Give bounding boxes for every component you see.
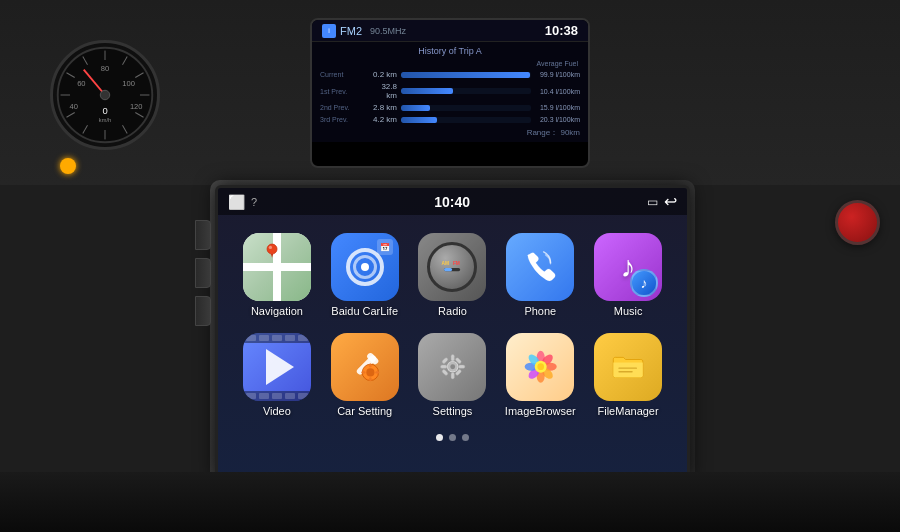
app-icon-baidu: 📅 [331,233,399,301]
dot-2[interactable] [449,434,456,441]
trip-row-1prev: 1st Prev. 32.8 km 10.4 l/100km [320,82,580,100]
app-grid: Navigation 📅 Baidu CarLife [218,215,687,430]
trip-fuel-2prev: 15.9 l/100km [535,104,580,111]
trip-fuel-3prev: 20.3 l/100km [535,116,580,123]
trip-bar-1prev [401,88,531,94]
app-image-browser[interactable]: ImageBrowser [496,325,584,425]
range-value: 90km [560,128,580,137]
filemanager-svg [609,348,646,385]
status-question: ? [251,196,257,208]
svg-point-23 [269,246,272,249]
status-right: ▭ ↩ [647,192,677,211]
trip-km-current: 0.2 km [369,70,397,79]
android-home-icon[interactable]: ⬜ [228,194,245,210]
trip-label-3prev: 3rd Prev. [320,116,365,123]
dot-3[interactable] [462,434,469,441]
carlife-ring-inner [353,255,377,279]
trip-bar-current [401,72,531,78]
cluster-range: Range： 90km [320,127,580,138]
app-car-setting[interactable]: Car Setting [321,325,409,425]
app-file-manager[interactable]: FileManager [584,325,672,425]
range-label: Range： [527,128,559,137]
trip-km-1prev: 32.8 km [369,82,397,100]
trip-fuel-current: 99.9 l/100km [535,71,580,78]
app-icon-phone [506,233,574,301]
imagebrowser-svg [522,348,559,385]
app-label-navigation: Navigation [251,305,303,317]
trip-km-2prev: 2.8 km [369,103,397,112]
app-baidu-carlife[interactable]: 📅 Baidu CarLife [321,225,409,325]
side-btn-3[interactable] [195,296,211,326]
trip-km-3prev: 4.2 km [369,115,397,124]
trip-bar-fill-1 [401,88,453,94]
app-label-music: Music [614,305,643,317]
svg-rect-43 [441,357,448,364]
film-cell [298,393,308,399]
film-cell [298,335,308,341]
filmstrip-bottom [243,391,311,401]
svg-text:AM: AM [442,261,450,266]
svg-rect-40 [451,373,454,380]
app-label-video: Video [263,405,291,417]
film-cell [285,393,295,399]
app-label-carsetting: Car Setting [337,405,392,417]
trip-label-current: Current [320,71,365,78]
trip-bar-fill [401,72,530,78]
trip-bar-fill-3 [401,117,437,123]
app-navigation[interactable]: Navigation [233,225,321,325]
trip-row-3prev: 3rd Prev. 4.2 km 20.3 l/100km [320,115,580,124]
gauge-area: 80 100 120 60 40 0 km/h [10,40,200,280]
side-btn-1[interactable] [195,220,211,250]
bottom-panel [0,472,900,532]
app-settings[interactable]: Settings [409,325,497,425]
trip-label-2prev: 2nd Prev. [320,104,365,111]
carlife-dot [361,263,369,271]
svg-rect-37 [375,371,379,373]
film-cell [259,393,269,399]
trip-bar-2prev [401,105,531,111]
app-music[interactable]: ♪ ♪ Music [584,225,672,325]
page-dots-indicator [218,430,687,447]
app-icon-music: ♪ ♪ [594,233,662,301]
volume-knob[interactable] [835,200,880,245]
film-cell [259,335,269,341]
cluster-fm: i FM2 90.5MHz [322,24,406,38]
main-screen: ⬜ ? 10:40 ▭ ↩ [215,185,690,480]
radio-svg: AM FM [440,255,464,279]
app-icon-video [243,333,311,401]
fm-icon: i [322,24,336,38]
film-cell [272,335,282,341]
app-icon-imagebrowser [506,333,574,401]
film-cell [285,335,295,341]
app-label-phone: Phone [524,305,556,317]
app-video[interactable]: Video [233,325,321,425]
col-bar [322,60,536,67]
col-fuel: Average Fuel [536,60,578,67]
trip-row-current: Current 0.2 km 99.9 l/100km [320,70,580,79]
settings-svg [434,348,471,385]
svg-marker-25 [271,254,273,258]
side-btn-2[interactable] [195,258,211,288]
svg-rect-41 [440,365,447,368]
status-bar: ⬜ ? 10:40 ▭ ↩ [218,188,687,215]
svg-point-33 [366,369,374,377]
gauge-svg: 80 100 120 60 40 0 km/h [53,40,157,150]
svg-point-19 [100,90,109,99]
app-radio[interactable]: AM FM Radio [409,225,497,325]
cluster-content: History of Trip A Average Fuel Current 0… [312,42,588,142]
svg-text:40: 40 [70,102,78,111]
battery-icon: ▭ [647,195,658,209]
film-cell [246,393,256,399]
app-label-baidu: Baidu CarLife [331,305,398,317]
app-phone[interactable]: Phone [496,225,584,325]
trip-label-1prev: 1st Prev. [320,88,365,95]
cluster-header: i FM2 90.5MHz 10:38 [312,20,588,42]
filmstrip-top [243,333,311,343]
back-icon[interactable]: ↩ [664,192,677,211]
svg-rect-42 [458,365,465,368]
app-icon-filemanager [594,333,662,401]
dot-1[interactable] [436,434,443,441]
phone-svg [522,248,559,285]
play-button-icon [266,349,294,385]
radio-dial: AM FM [427,242,477,292]
